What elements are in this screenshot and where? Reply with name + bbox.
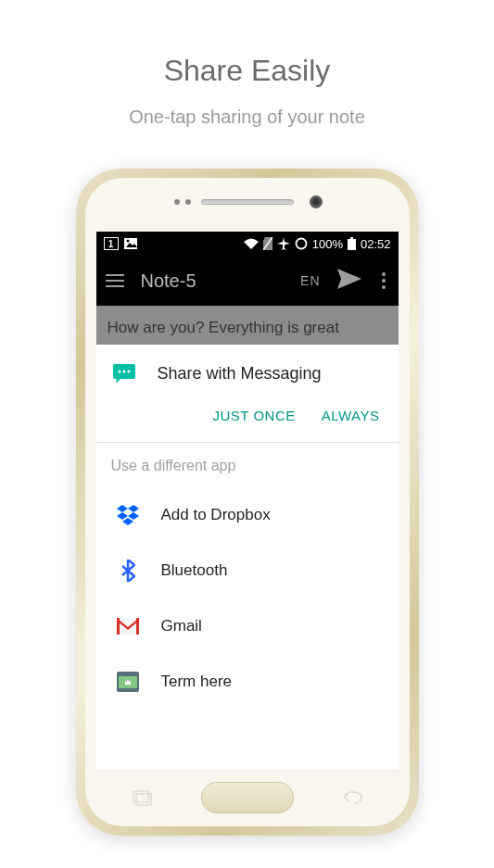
- svg-marker-8: [116, 379, 120, 384]
- always-button[interactable]: ALWAYS: [322, 408, 380, 423]
- app-row-dropbox[interactable]: Add to Dropbox: [111, 487, 384, 543]
- svg-rect-6: [350, 237, 353, 239]
- phone-frame: 1: [76, 169, 419, 836]
- clock: 02:52: [361, 237, 391, 251]
- no-sim-icon: [263, 237, 272, 250]
- app-label: Term here: [161, 673, 233, 691]
- phone-screen: 1: [96, 232, 399, 769]
- app-row-term[interactable]: Term here: [111, 654, 384, 710]
- svg-rect-5: [348, 239, 356, 250]
- status-bar: 1: [96, 232, 399, 256]
- svg-rect-18: [117, 618, 120, 635]
- app-label: Gmail: [161, 617, 202, 635]
- recent-apps-key[interactable]: [132, 789, 154, 806]
- overflow-menu-icon[interactable]: [378, 272, 389, 289]
- back-key[interactable]: [341, 789, 363, 806]
- language-button[interactable]: EN: [300, 273, 320, 288]
- android-app-icon: [117, 671, 139, 693]
- phone-body: 1: [85, 178, 410, 826]
- home-button[interactable]: [201, 782, 294, 813]
- picture-icon: [124, 238, 137, 249]
- phone-speaker: [201, 199, 294, 205]
- svg-rect-17: [117, 618, 139, 635]
- wifi-icon: [244, 238, 259, 249]
- bluetooth-icon: [117, 560, 139, 582]
- promo-subtitle: One-tap sharing of your note: [0, 88, 494, 128]
- svg-marker-15: [128, 512, 139, 520]
- app-row-bluetooth[interactable]: Bluetooth: [111, 543, 384, 598]
- svg-point-2: [126, 240, 129, 243]
- app-bar: Note-5 EN: [96, 256, 399, 306]
- dropbox-icon: [117, 504, 139, 526]
- svg-point-4: [296, 239, 306, 249]
- battery-icon: [348, 237, 356, 250]
- messaging-icon: [111, 363, 137, 384]
- svg-marker-13: [128, 505, 139, 512]
- svg-point-23: [128, 680, 130, 682]
- send-icon[interactable]: [337, 269, 361, 293]
- sim-indicator-icon: 1: [104, 237, 119, 250]
- share-primary-label: Share with Messaging: [158, 364, 322, 384]
- alt-apps-label: Use a different app: [111, 458, 384, 487]
- app-label: Add to Dropbox: [161, 506, 271, 524]
- circle-icon: [295, 237, 308, 250]
- svg-marker-16: [122, 518, 133, 525]
- airplane-mode-icon: [277, 237, 290, 250]
- svg-point-11: [127, 371, 130, 373]
- svg-marker-12: [117, 505, 128, 512]
- svg-point-9: [118, 371, 120, 373]
- note-title: Note-5: [141, 270, 285, 292]
- share-dialog: Share with Messaging JUST ONCE ALWAYS Us…: [96, 345, 399, 769]
- gmail-icon: [117, 615, 139, 637]
- promo-title: Share Easily: [0, 0, 494, 88]
- share-primary-row[interactable]: Share with Messaging: [96, 345, 399, 393]
- svg-marker-14: [117, 512, 128, 520]
- note-content: How are you? Everything is great: [96, 306, 399, 345]
- svg-point-10: [122, 371, 125, 373]
- svg-point-22: [125, 680, 127, 682]
- front-camera: [310, 195, 323, 208]
- app-label: Bluetooth: [161, 561, 228, 580]
- app-row-gmail[interactable]: Gmail: [111, 598, 384, 654]
- svg-rect-19: [136, 618, 139, 635]
- phone-top-bezel: [85, 178, 410, 226]
- just-once-button[interactable]: JUST ONCE: [213, 408, 296, 423]
- battery-percent: 100%: [312, 237, 343, 251]
- phone-bottom-bezel: [85, 769, 410, 826]
- hamburger-menu-icon[interactable]: [106, 274, 124, 287]
